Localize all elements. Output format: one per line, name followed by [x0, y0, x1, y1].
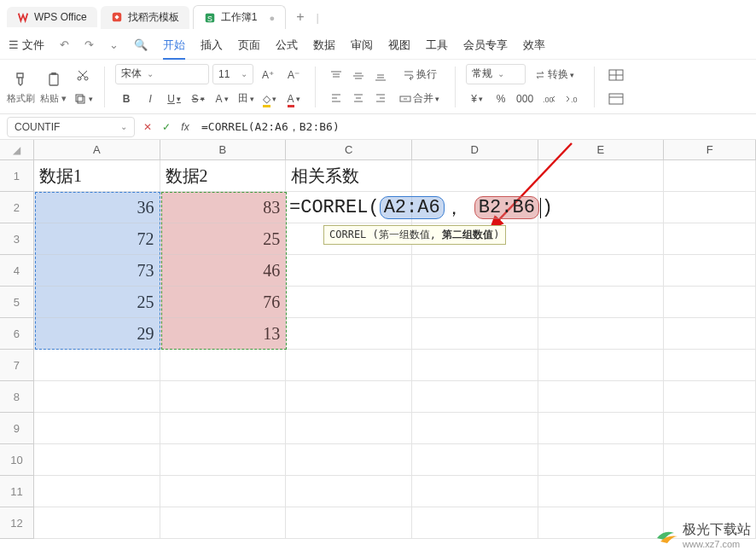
cell-E6[interactable] [538, 318, 665, 350]
italic-button[interactable]: I [139, 88, 161, 110]
decrease-decimal-button[interactable]: .0 [561, 88, 584, 110]
row-col-button[interactable] [605, 64, 627, 86]
cell-B9[interactable] [160, 413, 287, 444]
cell-editing-overlay[interactable]: =CORREL( A2:A6 ， B2:B6 ) [288, 192, 553, 223]
col-header-b[interactable]: B [160, 140, 287, 159]
menubar-search-icon[interactable]: 🔍 [134, 38, 148, 51]
font-effect-button[interactable]: A▾ [211, 88, 233, 110]
cell-B6[interactable]: 13 [160, 318, 287, 350]
app-tab-template[interactable]: 找稻壳模板 [101, 6, 189, 29]
cell-E9[interactable] [538, 413, 665, 444]
menu-efficiency[interactable]: 效率 [523, 38, 545, 53]
menu-page[interactable]: 页面 [238, 38, 260, 53]
undo-button[interactable]: ↶ [60, 38, 69, 51]
worksheet-button[interactable] [605, 88, 627, 110]
wrap-text-button[interactable]: 换行 [398, 64, 442, 86]
menu-view[interactable]: 视图 [388, 38, 410, 53]
cell-E8[interactable] [538, 381, 665, 413]
cell-C1[interactable]: 相关系数 [286, 160, 412, 192]
cell-F9[interactable] [664, 413, 756, 444]
row-header[interactable]: 4 [0, 255, 34, 287]
cell-E2[interactable] [538, 192, 665, 223]
cell-B1[interactable]: 数据2 [160, 160, 287, 192]
cell-E4[interactable] [538, 255, 665, 287]
cell-F7[interactable] [664, 350, 756, 381]
tab-close-icon[interactable]: ● [269, 13, 275, 23]
select-all-corner[interactable]: ◢ [0, 140, 34, 159]
menu-tools[interactable]: 工具 [426, 38, 448, 53]
cell-C8[interactable] [286, 381, 412, 413]
cell-C6[interactable] [286, 318, 412, 350]
cell-A9[interactable] [34, 413, 160, 444]
menu-member[interactable]: 会员专享 [463, 38, 508, 53]
cell-B4[interactable]: 46 [160, 255, 287, 287]
comma-button[interactable]: 000 [514, 88, 536, 110]
file-menu[interactable]: ☰ 文件 [9, 38, 44, 53]
row-header[interactable]: 1 [0, 160, 34, 192]
cell-D9[interactable] [412, 413, 538, 444]
cell-F11[interactable] [664, 476, 756, 507]
cell-A1[interactable]: 数据1 [34, 160, 160, 192]
cell-B8[interactable] [160, 381, 287, 413]
cell-B7[interactable] [160, 350, 287, 381]
border-button[interactable]: 田▾ [235, 88, 257, 110]
cell-B11[interactable] [160, 476, 287, 507]
currency-button[interactable]: ¥▾ [466, 88, 488, 110]
cell-F8[interactable] [664, 381, 756, 413]
row-header[interactable]: 3 [0, 223, 34, 255]
cell-F6[interactable] [664, 318, 756, 350]
increase-decimal-button[interactable]: .00 [538, 88, 560, 110]
col-header-e[interactable]: E [538, 140, 665, 159]
format-painter-button[interactable] [10, 68, 32, 90]
menu-review[interactable]: 审阅 [351, 38, 373, 53]
cell-E3[interactable] [538, 223, 665, 255]
cell-D8[interactable] [412, 381, 538, 413]
cell-D10[interactable] [412, 444, 538, 476]
convert-button[interactable]: 转换▾ [529, 64, 579, 86]
cell-D11[interactable] [412, 476, 538, 507]
cell-A10[interactable] [34, 444, 160, 476]
cell-D7[interactable] [412, 350, 538, 381]
cell-F3[interactable] [664, 223, 756, 255]
col-header-a[interactable]: A [34, 140, 160, 159]
font-name-combo[interactable]: 宋体 ⌄ [115, 64, 209, 84]
cell-C10[interactable] [286, 444, 412, 476]
number-format-combo[interactable]: 常规⌄ [466, 64, 526, 84]
cell-A7[interactable] [34, 350, 160, 381]
new-tab-button[interactable]: + [289, 6, 311, 28]
cell-A8[interactable] [34, 381, 160, 413]
cell-B2[interactable]: 83 [160, 192, 287, 223]
cell-C12[interactable] [286, 507, 412, 539]
cell-E11[interactable] [538, 476, 665, 507]
menu-formula[interactable]: 公式 [276, 38, 298, 53]
decrease-font-button[interactable]: A⁻ [282, 64, 305, 86]
cell-C9[interactable] [286, 413, 412, 444]
cell-C7[interactable] [286, 350, 412, 381]
align-middle-button[interactable] [348, 66, 369, 86]
cell-A5[interactable]: 25 [34, 287, 160, 318]
cell-C11[interactable] [286, 476, 412, 507]
cell-A11[interactable] [34, 476, 160, 507]
align-center-button[interactable] [348, 88, 369, 108]
col-header-f[interactable]: F [664, 140, 756, 159]
cell-A2[interactable]: 36 [34, 192, 160, 223]
cell-C5[interactable] [286, 287, 412, 318]
cell-F4[interactable] [664, 255, 756, 287]
cell-D1[interactable] [412, 160, 538, 192]
cell-E7[interactable] [538, 350, 665, 381]
cell-A6[interactable]: 29 [34, 318, 160, 350]
align-top-button[interactable] [326, 66, 346, 86]
merge-cells-button[interactable]: 合并▾ [394, 88, 445, 110]
cell-F2[interactable] [664, 192, 756, 223]
row-header[interactable]: 7 [0, 350, 34, 381]
col-header-d[interactable]: D [412, 140, 538, 159]
cut-button[interactable] [72, 64, 94, 86]
formula-input[interactable] [198, 120, 749, 133]
font-size-combo[interactable]: 11 ⌄ [212, 64, 253, 84]
fx-button[interactable]: fx [177, 121, 193, 133]
cell-D6[interactable] [412, 318, 538, 350]
cell-A12[interactable] [34, 507, 160, 539]
percent-button[interactable]: % [490, 88, 512, 110]
row-header[interactable]: 8 [0, 381, 34, 413]
increase-font-button[interactable]: A⁺ [257, 64, 279, 86]
